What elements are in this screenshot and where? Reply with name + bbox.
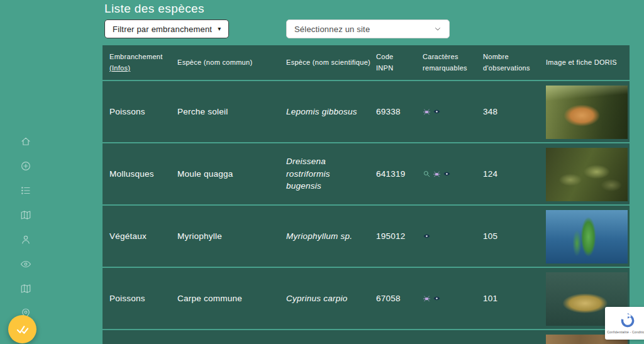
crustacean-icon[interactable] (423, 108, 431, 116)
crustacean-icon[interactable] (423, 294, 431, 302)
row-observations: 348 (483, 81, 546, 142)
fab-icon-wrap (14, 321, 31, 338)
species-table: Embranchement (Infos) Espèce (nom commun… (103, 45, 630, 344)
filter-controls: Filtrer par embranchement ▾ Sélectionnez… (104, 19, 630, 38)
list-icon[interactable] (20, 185, 31, 196)
row-common-name: Carpe commune (177, 268, 286, 329)
header-common-name: Espèce (nom commun) (177, 45, 286, 80)
row-observations: 101 (483, 268, 546, 329)
row-remarkable-icons (423, 206, 483, 267)
row-remarkable-icons (423, 143, 483, 204)
home-icon[interactable] (20, 136, 31, 147)
row-common-name: Myriophylle (177, 206, 286, 267)
table-row: Poissons Carpe commune Cyprinus carpio 6… (103, 267, 630, 329)
row-scientific-name: Cyprinus carpio (286, 268, 376, 329)
row-remarkable-icons (423, 81, 483, 142)
site-select[interactable]: Sélectionnez un site (286, 19, 450, 38)
row-scientific-name: Dreissena rostriformis bugensis (286, 143, 376, 204)
header-image-doris: Image et fiche DORIS (546, 45, 630, 80)
row-code-inpn (376, 330, 423, 344)
row-code-inpn: 67058 (376, 268, 423, 329)
phylum-filter-button[interactable]: Filtrer par embranchement ▾ (104, 19, 229, 38)
table-row: Végétaux Myriophylle Myriophyllum sp. 19… (103, 204, 630, 267)
row-remarkable-icons (423, 268, 483, 329)
row-observations (483, 330, 546, 344)
row-observations: 105 (483, 206, 546, 267)
header-embranchement: Embranchement (Infos) (103, 45, 177, 80)
page-title: Liste des espèces (104, 2, 204, 16)
species-photo[interactable] (546, 86, 628, 139)
row-code-inpn: 69338 (376, 81, 423, 142)
crustacean-icon[interactable] (433, 170, 441, 178)
row-embranchement: Végétaux (103, 206, 177, 267)
row-common-name: Perche soleil (177, 81, 286, 142)
double-check-icon (14, 321, 31, 338)
row-common-name (177, 330, 286, 344)
header-scientific-name: Espèce (nom scientifique) (286, 45, 376, 80)
caret-down-icon: ▾ (218, 26, 221, 32)
table-row: Mollusques Moule quagga Dreissena rostri… (103, 142, 630, 204)
row-observations: 124 (483, 143, 546, 204)
row-embranchement: Mollusques (103, 143, 177, 204)
row-common-name: Moule quagga (177, 143, 286, 204)
map2-icon[interactable] (20, 283, 31, 294)
row-embranchement (103, 330, 177, 344)
infos-link[interactable]: (Infos) (109, 63, 177, 74)
table-row: Poissons Perche soleil Lepomis gibbosus … (103, 80, 630, 142)
map-icon[interactable] (20, 209, 31, 221)
row-scientific-name: Myriophyllum sp. (286, 206, 376, 267)
eye-badge-icon[interactable] (443, 170, 451, 178)
magnifier-icon[interactable] (423, 170, 431, 178)
row-code-inpn: 195012 (376, 206, 423, 267)
table-row (103, 329, 630, 344)
header-code-inpn: Code INPN (376, 45, 423, 80)
header-observations: Nombre d'observations (483, 45, 546, 80)
table-header-row: Embranchement (Infos) Espèce (nom commun… (103, 45, 630, 80)
eye-badge-icon[interactable] (433, 294, 441, 302)
row-scientific-name (286, 330, 376, 344)
chevron-down-icon (434, 25, 441, 33)
add-circle-icon[interactable] (20, 160, 31, 172)
phylum-filter-label: Filtrer par embranchement (113, 25, 212, 34)
recaptcha-logo-icon (619, 313, 636, 329)
recaptcha-privacy[interactable]: Confidentialité - Conditions (607, 330, 644, 334)
eye-icon[interactable] (20, 258, 31, 270)
row-image-cell (546, 81, 630, 142)
eye-badge-icon[interactable] (433, 108, 441, 116)
profile-icon[interactable] (20, 234, 31, 245)
species-photo[interactable] (546, 210, 628, 264)
row-remarkable-icons (423, 330, 483, 344)
app-root: Liste des espèces Filtrer par embranchem… (0, 0, 644, 344)
header-remarkable: Caractères remarquables (423, 45, 483, 80)
row-code-inpn: 641319 (376, 143, 423, 204)
site-select-placeholder: Sélectionnez un site (294, 25, 370, 34)
eye-badge-icon[interactable] (423, 232, 431, 240)
sidebar (0, 136, 52, 343)
row-image-cell (546, 206, 630, 267)
row-embranchement: Poissons (103, 268, 177, 329)
row-image-cell (546, 143, 630, 204)
species-photo[interactable] (546, 148, 628, 201)
fab-button[interactable] (8, 315, 36, 343)
row-embranchement: Poissons (103, 81, 177, 142)
row-scientific-name: Lepomis gibbosus (286, 81, 376, 142)
recaptcha-badge[interactable]: Confidentialité - Conditions (605, 307, 644, 340)
